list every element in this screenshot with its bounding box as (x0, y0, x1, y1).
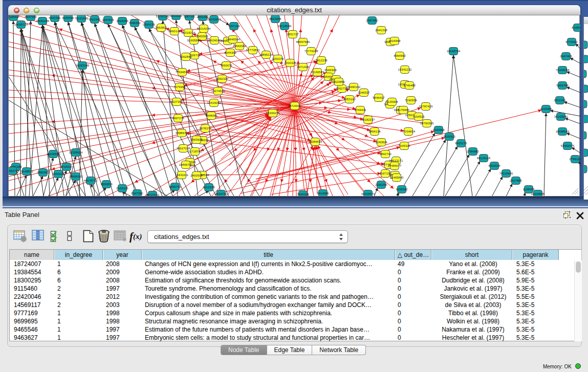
svg-text:7543303: 7543303 (297, 193, 309, 196)
svg-text:16648784: 16648784 (447, 50, 461, 53)
svg-text:8813054: 8813054 (269, 17, 281, 20)
svg-text:7663822: 7663822 (155, 26, 167, 29)
svg-text:28148932: 28148932 (20, 170, 34, 173)
svg-text:1640954: 1640954 (432, 128, 445, 132)
svg-text:0564139: 0564139 (143, 23, 155, 26)
svg-text:53767242: 53767242 (156, 15, 170, 18)
svg-text:72774348: 72774348 (304, 50, 318, 53)
svg-text:34216073: 34216073 (361, 192, 375, 195)
svg-text:2046537: 2046537 (358, 91, 370, 94)
svg-text:77694531: 77694531 (176, 71, 189, 74)
svg-text:3092327: 3092327 (216, 77, 228, 80)
svg-text:23662994: 23662994 (233, 45, 247, 48)
svg-text:66319314: 66319314 (182, 31, 195, 34)
svg-text:5588675: 5588675 (176, 132, 188, 135)
svg-text:0812191: 0812191 (554, 99, 566, 102)
svg-text:06990162: 06990162 (347, 85, 361, 89)
svg-text:1338908: 1338908 (9, 15, 19, 18)
svg-text:1024994: 1024994 (388, 39, 401, 42)
svg-text:0647468: 0647468 (560, 55, 572, 58)
svg-text:53462475: 53462475 (561, 144, 575, 147)
svg-text:5812236: 5812236 (315, 59, 328, 62)
svg-text:14055724: 14055724 (14, 23, 28, 26)
svg-text:5240824: 5240824 (375, 141, 387, 144)
svg-text:4493534: 4493534 (488, 164, 500, 167)
svg-text:8660124: 8660124 (168, 30, 181, 33)
svg-text:16033809: 16033809 (207, 18, 221, 21)
svg-text:8108013: 8108013 (572, 26, 580, 29)
svg-text:4948083: 4948083 (205, 114, 217, 117)
svg-text:1543039: 1543039 (52, 172, 64, 176)
svg-text:7693676: 7693676 (220, 64, 232, 67)
svg-text:6542351: 6542351 (49, 16, 61, 19)
svg-text:27484677: 27484677 (388, 164, 402, 167)
svg-text:51718702: 51718702 (188, 150, 202, 153)
svg-text:2941318: 2941318 (375, 29, 387, 32)
svg-text:8347382: 8347382 (131, 192, 143, 195)
svg-text:3200379: 3200379 (272, 57, 284, 60)
svg-text:78161849: 78161849 (75, 17, 89, 20)
svg-text:2400504: 2400504 (190, 174, 203, 177)
svg-text:5009788: 5009788 (556, 84, 569, 87)
svg-text:6513338: 6513338 (203, 186, 215, 189)
svg-text:7175655: 7175655 (397, 108, 409, 112)
svg-text:1718227: 1718227 (60, 165, 73, 168)
svg-text:20053346: 20053346 (76, 64, 90, 67)
svg-text:19384554: 19384554 (309, 140, 322, 143)
svg-text:1509839: 1509839 (100, 183, 113, 186)
svg-text:7109324: 7109324 (398, 144, 410, 147)
svg-text:26204505: 26204505 (531, 192, 545, 195)
svg-text:0799118: 0799118 (570, 158, 580, 161)
svg-text:7154516: 7154516 (412, 115, 425, 118)
svg-text:8044369: 8044369 (224, 51, 236, 54)
svg-text:15300275: 15300275 (266, 112, 280, 115)
svg-text:19218506: 19218506 (278, 25, 292, 28)
svg-text:9310341: 9310341 (89, 18, 101, 21)
svg-text:14846564: 14846564 (226, 38, 240, 41)
svg-text:9894134: 9894134 (368, 130, 381, 133)
svg-text:8053100: 8053100 (343, 98, 356, 101)
svg-text:36193990: 36193990 (554, 115, 568, 118)
svg-text:5935923: 5935923 (443, 135, 455, 138)
svg-text:4997278: 4997278 (172, 117, 184, 120)
svg-text:2880957: 2880957 (37, 171, 49, 174)
svg-text:99737631: 99737631 (146, 193, 160, 196)
svg-text:02787429: 02787429 (419, 105, 433, 108)
svg-text:13341232: 13341232 (398, 68, 412, 71)
svg-text:0831727: 0831727 (287, 33, 299, 36)
svg-text:2427868: 2427868 (510, 179, 522, 182)
svg-text:5414586: 5414586 (317, 192, 329, 195)
svg-text:2087682: 2087682 (366, 19, 378, 22)
svg-text:7262849: 7262849 (180, 55, 192, 58)
svg-text:(x): (x) (133, 232, 142, 241)
svg-text:88957986: 88957986 (296, 40, 310, 43)
svg-text:08613171: 08613171 (389, 159, 403, 162)
svg-text:0842710: 0842710 (379, 152, 391, 156)
svg-text:6773602: 6773602 (565, 40, 578, 43)
svg-text:16934060: 16934060 (208, 39, 222, 42)
svg-text:2624731: 2624731 (215, 192, 227, 195)
svg-text:2016328: 2016328 (284, 61, 296, 64)
svg-text:23166587: 23166587 (311, 71, 324, 74)
svg-text:5744431: 5744431 (354, 108, 366, 112)
svg-text:7527354: 7527354 (170, 100, 183, 103)
svg-text:5623869: 5623869 (333, 80, 345, 83)
svg-text:1128059: 1128059 (523, 188, 535, 191)
svg-text:26206556: 26206556 (47, 152, 60, 156)
svg-text:2260256: 2260256 (375, 183, 387, 186)
svg-text:74016400: 74016400 (499, 172, 513, 175)
svg-text:3287101: 3287101 (183, 15, 195, 18)
svg-text:85014294: 85014294 (197, 27, 211, 30)
svg-text:57773872: 57773872 (246, 49, 260, 52)
svg-text:84124118: 84124118 (477, 157, 491, 160)
svg-text:6566701: 6566701 (169, 185, 181, 188)
svg-text:3158692: 3158692 (396, 188, 408, 191)
svg-text:7648350: 7648350 (128, 21, 141, 25)
svg-text:13431611: 13431611 (175, 173, 189, 177)
svg-text:0139904: 0139904 (386, 100, 398, 103)
svg-text:7379965: 7379965 (173, 85, 186, 89)
svg-text:8425135: 8425135 (455, 142, 467, 145)
svg-text:77034824: 77034824 (402, 130, 416, 133)
svg-text:0103105: 0103105 (116, 187, 128, 190)
svg-text:4964990: 4964990 (394, 54, 406, 57)
